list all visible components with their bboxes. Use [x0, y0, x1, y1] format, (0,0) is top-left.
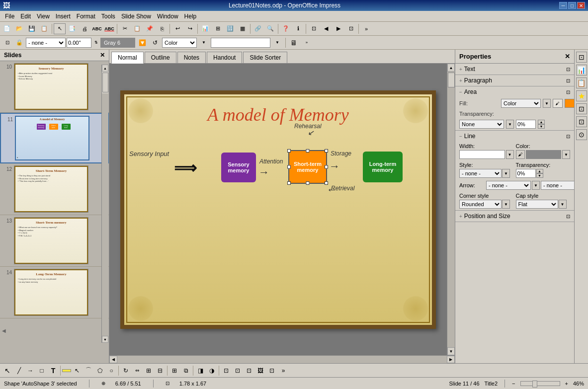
h-scroll-right[interactable]: ▶	[447, 356, 455, 363]
zoom-btn[interactable]: 🔍	[264, 23, 276, 34]
close-button[interactable]: ✕	[577, 2, 585, 9]
3d-btn[interactable]: ⊡	[244, 365, 254, 376]
arrange-btn[interactable]: ⧉	[180, 365, 191, 376]
select-arrow-btn[interactable]: ↖	[2, 365, 13, 376]
curve-btn[interactable]: ⌒	[83, 365, 94, 376]
ungroup-btn[interactable]: ⊟	[155, 365, 166, 376]
grid-btn[interactable]: ▦	[237, 23, 249, 34]
colormode-select[interactable]: Color	[162, 38, 197, 48]
sensory-box[interactable]: Sensory memory	[221, 153, 256, 182]
slide-item-12[interactable]: 12 Short-Term Memory • The key thing is …	[0, 163, 109, 215]
print-btn[interactable]: 🖨	[79, 23, 90, 34]
slide-item-10[interactable]: 10 Sensory Memory • After-practice studi…	[0, 61, 109, 113]
right-icon-3[interactable]: 📋	[576, 78, 587, 88]
calc-btn[interactable]: 🔢	[224, 23, 236, 34]
hyperlink-btn[interactable]: 🔗	[252, 23, 264, 34]
nav-btn[interactable]: ⊡	[308, 23, 320, 34]
line-trans-down[interactable]: ▼	[536, 173, 543, 178]
copy-btn[interactable]: 📋	[131, 23, 143, 34]
more-shapes-btn[interactable]: »	[278, 365, 289, 376]
arrow-start-select[interactable]: - none -	[486, 181, 531, 190]
chart-btn[interactable]: 📊	[199, 23, 211, 34]
menu-edit[interactable]: Edit	[17, 12, 34, 21]
transparency-input[interactable]	[516, 120, 536, 129]
shadow-btn[interactable]: ◨	[195, 365, 206, 376]
h-scroll-left[interactable]: ◀	[109, 356, 117, 363]
more-btn[interactable]: »	[360, 23, 372, 34]
select-btn[interactable]: ↖	[54, 23, 66, 34]
right-icon-2[interactable]: 📊	[576, 65, 587, 76]
tab-notes[interactable]: Notes	[177, 52, 206, 63]
menu-format[interactable]: Format	[74, 12, 98, 21]
text-btn[interactable]: T	[48, 365, 59, 376]
tb2-btn2[interactable]: 🔒	[14, 37, 25, 48]
color-dropper[interactable]: 🔽	[136, 37, 148, 48]
arrow-start-dropdown[interactable]: ▼	[532, 181, 540, 190]
zoom-slider[interactable]	[520, 381, 560, 386]
navigator-btn[interactable]: ⊡	[266, 365, 277, 376]
v-scroll-thumb[interactable]	[448, 73, 455, 87]
flip-btn[interactable]: ⇔	[132, 365, 143, 376]
next-btn[interactable]: ▶	[333, 23, 344, 34]
new-btn[interactable]: 📄	[1, 23, 13, 34]
transparency-spin[interactable]: ▲ ▼	[538, 120, 545, 129]
line-trans-spin[interactable]: ▲ ▼	[536, 169, 543, 178]
line-trans-up[interactable]: ▲	[536, 169, 543, 173]
maximize-button[interactable]: □	[568, 2, 576, 9]
spell-btn[interactable]: ABC	[91, 23, 103, 34]
prev-btn[interactable]: ◀	[320, 23, 332, 34]
table-btn[interactable]: ⊞	[212, 23, 224, 34]
line-trans-input[interactable]	[516, 169, 536, 178]
save-btn[interactable]: 💾	[26, 23, 38, 34]
minimize-button[interactable]: ─	[559, 2, 567, 9]
v-scroll-up[interactable]: ▲	[447, 64, 455, 72]
h-scrollbar[interactable]: ◀ ▶	[109, 355, 455, 363]
angle-spin[interactable]: ⇅	[92, 38, 99, 48]
open-btn[interactable]: 📂	[13, 23, 25, 34]
last-btn[interactable]: ⊡	[345, 23, 357, 34]
cursor-btn[interactable]: ↖	[72, 365, 83, 376]
poly-btn[interactable]: ⬠	[94, 365, 105, 376]
corner-dropdown[interactable]: ▼	[502, 200, 510, 209]
longterm-box[interactable]: Long-term memory	[363, 152, 403, 182]
circle-btn[interactable]: ○	[106, 365, 117, 376]
zoom-btn-plus[interactable]: +	[565, 381, 568, 387]
color-more-btn[interactable]: ▼	[271, 37, 283, 48]
clone-btn[interactable]: ⎘	[156, 23, 168, 34]
grad-btn[interactable]: ◑	[206, 365, 217, 376]
prop-area-toggle[interactable]: − Area ⊡	[455, 86, 574, 97]
transparency-select[interactable]: None	[459, 120, 504, 129]
line-paint-btn[interactable]: 🖌	[516, 150, 525, 159]
corner-select[interactable]: Rounded	[459, 200, 502, 209]
spellcheck-btn[interactable]: ABC	[103, 23, 115, 34]
prop-paragraph-toggle[interactable]: + Paragraph ⊡	[455, 75, 574, 86]
menu-view[interactable]: View	[34, 12, 53, 21]
line-style-select[interactable]: - none -	[459, 169, 502, 178]
line-color-btn[interactable]	[526, 150, 562, 159]
pdf-btn[interactable]: 📑	[66, 23, 78, 34]
line-color-dropdown[interactable]: ▼	[562, 150, 570, 159]
save2-btn[interactable]: 📋	[38, 23, 50, 34]
paste-btn[interactable]: 📌	[144, 23, 156, 34]
color-value-input[interactable]	[211, 38, 270, 48]
menu-tools[interactable]: Tools	[98, 12, 118, 21]
width-input[interactable]	[459, 150, 505, 159]
info-btn[interactable]: ℹ	[292, 23, 304, 34]
transparency-dropdown[interactable]: ▼	[506, 120, 514, 129]
prop-position-toggle[interactable]: + Position and Size ⊡	[455, 211, 574, 222]
rotate-btn[interactable]: ↻	[120, 365, 131, 376]
menu-window[interactable]: Window	[154, 12, 181, 21]
prop-text-toggle[interactable]: + Text ⊡	[455, 64, 574, 75]
fill-select[interactable]: Color	[501, 99, 541, 108]
tab-normal[interactable]: Normal	[111, 52, 144, 64]
right-icon-6[interactable]: ⊡	[576, 116, 587, 127]
properties-close[interactable]: ✕	[565, 53, 570, 60]
monitor-btn[interactable]: 🖥	[288, 37, 300, 48]
group-btn[interactable]: ⊞	[143, 365, 154, 376]
slide-item-13[interactable]: 13 Short-Term memory • What can we know …	[0, 215, 109, 267]
tb2-btn1[interactable]: ⊡	[2, 37, 13, 48]
menu-help[interactable]: Help	[181, 12, 200, 21]
transparency-down[interactable]: ▼	[538, 124, 545, 129]
redo-btn[interactable]: ↪	[184, 23, 196, 34]
prop-line-toggle[interactable]: − Line ⊡	[455, 131, 574, 142]
